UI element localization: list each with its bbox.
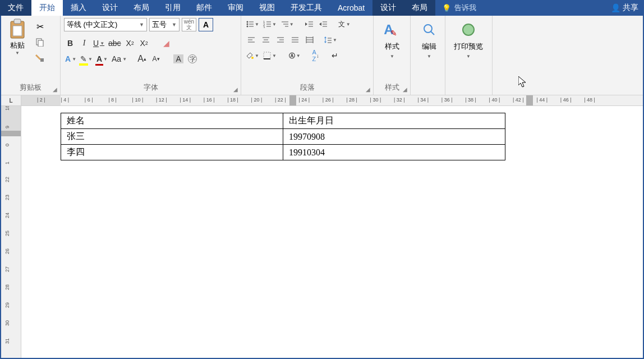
show-marks-button[interactable]: ↵ (329, 49, 341, 62)
text-effects-button[interactable]: A▼ (64, 53, 77, 65)
font-dialog-launcher[interactable]: ◢ (232, 86, 240, 94)
copy-button[interactable] (34, 36, 46, 48)
table-row[interactable]: 张三 19970908 (61, 129, 505, 145)
paste-button[interactable]: 粘贴 ▼ (4, 18, 30, 82)
share-label: 共享 (623, 3, 638, 13)
tab-review[interactable]: 审阅 (220, 0, 251, 16)
copy-icon (35, 38, 44, 47)
tab-mail[interactable]: 邮件 (188, 0, 220, 16)
clipboard-dialog-launcher[interactable]: ◢ (51, 86, 59, 94)
format-painter-button[interactable] (34, 52, 46, 64)
bold-button[interactable]: B (64, 37, 76, 49)
table-row[interactable]: 姓名 出生年月日 (61, 113, 505, 129)
subscript-button[interactable]: X2 (124, 37, 136, 49)
document-page[interactable]: 姓名 出生年月日 张三 19970908 李四 19910304 (21, 106, 643, 358)
decrease-indent-button[interactable] (303, 18, 315, 30)
tab-layout[interactable]: 布局 (126, 0, 157, 16)
brush-icon (35, 53, 44, 62)
enclose-characters-button[interactable]: 字 (186, 53, 199, 65)
ruler-corner: L (1, 95, 21, 106)
align-distributed-button[interactable] (303, 34, 316, 46)
character-border-button[interactable]: A (199, 18, 213, 31)
numbering-button[interactable]: 123▼ (262, 18, 278, 30)
underline-button[interactable]: U▼ (92, 37, 105, 49)
sort-button[interactable]: AZ↓ (310, 49, 322, 62)
indent-icon (319, 20, 327, 28)
increase-indent-button[interactable] (317, 18, 329, 30)
tell-me[interactable]: 💡 告诉我 (435, 0, 483, 16)
styles-dialog-launcher[interactable]: ◢ (401, 86, 409, 94)
tab-acrobat[interactable]: Acrobat (330, 0, 372, 16)
tab-references[interactable]: 引用 (157, 0, 188, 16)
menu-bar: 文件 开始 插入 设计 布局 引用 邮件 审阅 视图 开发工具 Acrobat … (0, 0, 644, 16)
text-direction-button[interactable]: 文▼ (337, 18, 352, 30)
print-preview-button[interactable]: 打印预览 ▼ (449, 18, 488, 59)
scissors-icon: ✂ (36, 21, 44, 32)
bullets-icon (246, 20, 254, 28)
table-cell[interactable]: 19910304 (283, 145, 505, 160)
share-button[interactable]: 👤 共享 (605, 0, 644, 16)
change-case-button[interactable]: Aa▼ (111, 53, 128, 65)
cut-button[interactable]: ✂ (34, 20, 46, 33)
borders-button[interactable]: ▼ (262, 49, 278, 62)
editing-button[interactable]: 编辑 ▼ (414, 18, 444, 59)
align-right-button[interactable] (274, 34, 287, 46)
mouse-cursor-icon (518, 76, 528, 89)
tab-insert[interactable]: 插入 (63, 0, 94, 16)
vertical-ruler[interactable]: 1890122232425262728293031 (1, 106, 21, 358)
document-table[interactable]: 姓名 出生年月日 张三 19970908 李四 19910304 (61, 113, 505, 160)
svg-rect-2 (13, 26, 22, 36)
tab-table-layout[interactable]: 布局 (404, 0, 435, 16)
table-header-cell[interactable]: 姓名 (61, 113, 283, 129)
svg-point-48 (251, 57, 254, 59)
tab-table-design[interactable]: 设计 (372, 0, 404, 16)
grow-font-button[interactable]: A▴ (136, 53, 148, 65)
paragraph-dialog-launcher[interactable]: ◢ (364, 86, 372, 94)
tab-developer[interactable]: 开发工具 (283, 0, 330, 16)
editing-label: 编辑 (422, 42, 436, 52)
font-name-combo[interactable]: 等线 (中文正文)▼ (64, 18, 147, 31)
font-color-button[interactable]: A▼ (95, 53, 109, 65)
tab-design[interactable]: 设计 (94, 0, 126, 16)
line-spacing-button[interactable]: ▼ (323, 34, 338, 46)
table-cell[interactable]: 李四 (61, 145, 283, 160)
svg-point-6 (247, 21, 249, 23)
table-row[interactable]: 李四 19910304 (61, 145, 505, 160)
shading-button[interactable]: ▼ (245, 49, 260, 62)
font-size-combo[interactable]: 五号▼ (149, 18, 180, 31)
character-shading-button[interactable]: A (172, 53, 185, 65)
asian-layout-button[interactable]: Ⓐ▼ (288, 49, 302, 62)
paint-bucket-icon (246, 52, 254, 59)
svg-rect-5 (40, 58, 44, 62)
clipboard-group-label: 剪贴板 (4, 82, 57, 94)
svg-rect-1 (14, 19, 21, 24)
styles-label: 样式 (385, 42, 399, 52)
multilevel-list-button[interactable]: ▼ (279, 18, 295, 30)
styles-button[interactable]: A✎ 样式 ▼ (377, 18, 407, 59)
highlight-button[interactable]: ✎▼ (79, 53, 94, 65)
ribbon: 粘贴 ▼ ✂ 剪贴板 ◢ 等线 (中文正文)▼ 五号▼ wén文 (1, 16, 643, 95)
table-cell[interactable]: 19970908 (283, 129, 505, 145)
table-header-cell[interactable]: 出生年月日 (283, 113, 505, 129)
preview-icon (459, 20, 478, 39)
align-center-button[interactable] (259, 34, 273, 46)
italic-button[interactable]: I (78, 37, 90, 49)
align-left-button[interactable] (245, 34, 258, 46)
clear-formatting-button[interactable]: ◢ (160, 37, 173, 49)
superscript-button[interactable]: X2 (138, 37, 150, 49)
svg-text:3: 3 (263, 26, 265, 28)
tab-view[interactable]: 视图 (251, 0, 283, 16)
pilcrow-icon: ↵ (332, 51, 338, 60)
font-group-label: 字体 (64, 82, 237, 94)
shrink-font-button[interactable]: A▾ (150, 53, 162, 65)
table-cell[interactable]: 张三 (61, 129, 283, 145)
tell-me-label: 告诉我 (454, 3, 476, 13)
tab-file[interactable]: 文件 (0, 0, 31, 16)
strikethrough-button[interactable]: abc (107, 37, 122, 49)
horizontal-ruler[interactable]: L | 2 || 4 || 6 || 8 || 10 || 12 || 14 |… (1, 95, 643, 107)
phonetic-guide-button[interactable]: wén文 (182, 18, 196, 31)
svg-rect-49 (264, 52, 270, 59)
align-justify-button[interactable] (288, 34, 302, 46)
tab-home[interactable]: 开始 (31, 0, 63, 16)
bullets-button[interactable]: ▼ (245, 18, 260, 30)
